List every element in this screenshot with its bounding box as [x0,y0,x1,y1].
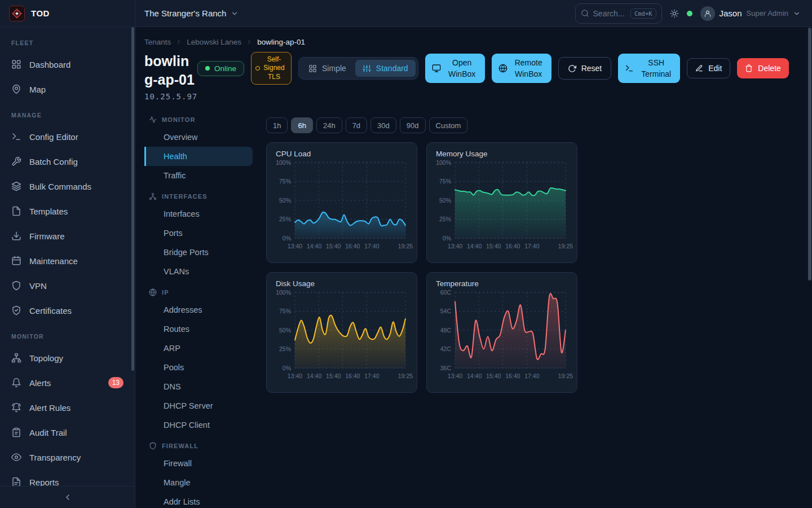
sidebar-item-label: VPN [29,281,47,291]
sidebar-item-transparency[interactable]: Transparency [0,445,135,470]
user-menu[interactable]: Jason Super Admin [700,6,801,21]
time-range-7d[interactable]: 7d [346,117,367,133]
device-header: bowling-ap-01 10.25.5.97 Online Self-Sig… [144,52,812,99]
breadcrumb-lebowski-lanes[interactable]: Lebowski Lanes [187,38,241,46]
view-mode-simple[interactable]: Simple [301,60,354,77]
globe-icon [149,288,157,296]
tod-logo-icon[interactable] [9,6,25,21]
subnav-item-interfaces[interactable]: Interfaces [144,204,253,224]
sidebar-item-label: Topology [29,353,63,363]
svg-text:100%: 100% [436,159,451,166]
tenant-name: The Stranger's Ranch [144,8,226,18]
time-range-24h[interactable]: 24h [316,117,342,133]
time-range-1h[interactable]: 1h [266,117,288,133]
search-input[interactable]: Search... Cmd+K [575,3,662,24]
subnav-item-health[interactable]: Health [144,147,253,166]
chart-card-memory-usage: Memory Usage0%25%50%75%100%13:4014:4015:… [426,142,577,263]
time-range-custom[interactable]: Custom [429,117,468,133]
chart-temperature-plot: 36C42C48C54C60C13:4014:4015:4016:4017:40… [436,289,569,388]
sidebar-scrollbar[interactable] [131,27,134,371]
sidebar-item-batch-config[interactable]: Batch Config [0,149,135,174]
subnav-item-routes[interactable]: Routes [144,319,253,339]
subnav-item-bridge-ports[interactable]: Bridge Ports [144,243,253,262]
sidebar-item-topology[interactable]: Topology [0,345,135,370]
time-range-6h[interactable]: 6h [291,117,312,133]
view-mode-standard[interactable]: Standard [355,60,416,77]
breadcrumb-tenants[interactable]: Tenants [144,38,171,46]
theme-toggle-button[interactable] [670,9,679,18]
report-icon [11,477,21,486]
svg-text:19:25: 19:25 [558,373,573,379]
sidebar-item-bulk-commands[interactable]: Bulk Commands [0,174,135,199]
subnav-item-dhcp-server[interactable]: DHCP Server [144,396,253,415]
sun-icon [670,9,679,18]
time-range-30d[interactable]: 30d [370,117,396,133]
sidebar-item-dashboard[interactable]: Dashboard [0,52,135,77]
remote-winbox-button[interactable]: Remote WinBox [492,54,551,83]
svg-text:17:40: 17:40 [524,373,539,379]
svg-text:14:40: 14:40 [467,243,482,249]
sidebar-item-audit-trail[interactable]: Audit Trail [0,420,135,445]
subnav-item-vlans[interactable]: VLANs [144,262,253,281]
reset-button[interactable]: Reset [558,57,612,80]
page-scrollbar[interactable] [808,28,811,281]
view-mode-label: Standard [376,64,408,73]
svg-text:50%: 50% [279,327,291,334]
sidebar-section-manage: MANAGE [0,107,135,124]
subnav-item-dns[interactable]: DNS [144,377,253,396]
subnav-item-overview[interactable]: Overview [144,128,253,147]
time-range-90d[interactable]: 90d [400,117,426,133]
svg-text:100%: 100% [276,289,291,296]
sidebar-item-label: Maintenance [29,256,78,266]
ssh-terminal-button[interactable]: SSH Terminal [618,54,680,83]
breadcrumb: TenantsLebowski Lanesbowling-ap-01 [144,36,812,47]
subnav-item-firewall[interactable]: Firewall [144,454,253,473]
network-icon [149,192,157,200]
subnav-item-dhcp-client[interactable]: DHCP Client [144,415,253,435]
subnav-item-addr-lists[interactable]: Addr Lists [144,492,253,508]
sidebar-item-templates[interactable]: Templates [0,199,135,224]
time-range-selector: 1h6h24h7d30d90dCustom [266,117,577,133]
svg-text:16:40: 16:40 [345,373,360,379]
edit-button[interactable]: Edit [687,58,730,78]
subnav-item-addresses[interactable]: Addresses [144,300,253,319]
reset-label: Reset [581,64,602,73]
svg-text:0%: 0% [283,365,291,371]
sidebar-item-alerts[interactable]: Alerts13 [0,370,135,395]
subnav-item-ports[interactable]: Ports [144,224,253,243]
sidebar-item-label: Transparency [29,453,81,462]
bell-icon [11,378,21,388]
avatar [700,6,715,21]
chart-title: Disk Usage [276,279,408,288]
svg-text:25%: 25% [439,216,451,222]
sidebar-section-fleet: FLEET [0,35,135,52]
sidebar-item-maintenance[interactable]: Maintenance [0,248,135,273]
bell-ring-icon [11,402,21,413]
sidebar-item-firmware[interactable]: Firmware [0,224,135,248]
dashboard-icon [11,59,21,69]
open-winbox-button[interactable]: Open WinBox [425,54,485,83]
svg-text:75%: 75% [279,308,291,314]
svg-text:25%: 25% [279,345,291,352]
subnav-section-label: MONITOR [162,116,195,123]
subnav-item-arp[interactable]: ARP [144,339,253,358]
sidebar-item-config-editor[interactable]: Config Editor [0,124,135,149]
tenant-selector[interactable]: The Stranger's Ranch [144,8,239,18]
sidebar-item-alert-rules[interactable]: Alert Rules [0,395,135,420]
clipboard-icon [11,427,21,437]
sidebar-item-reports[interactable]: Reports [0,470,135,486]
sidebar-item-label: Firmware [29,231,65,241]
delete-button[interactable]: Delete [737,58,788,78]
sliders-icon [363,64,371,73]
subnav-item-mangle[interactable]: Mangle [144,473,253,492]
subnav-item-traffic[interactable]: Traffic [144,166,253,185]
svg-text:14:40: 14:40 [467,373,482,379]
subnav-item-pools[interactable]: Pools [144,358,253,377]
sidebar-item-certificates[interactable]: Certificates [0,298,135,323]
sidebar-item-vpn[interactable]: VPN [0,273,135,298]
sidebar-item-map[interactable]: Map [0,77,135,102]
chart-card-disk-usage: Disk Usage0%25%50%75%100%13:4014:4015:40… [266,272,417,393]
shield-icon [149,442,157,450]
sidebar-collapse-button[interactable] [0,486,135,508]
online-dot [205,66,210,71]
